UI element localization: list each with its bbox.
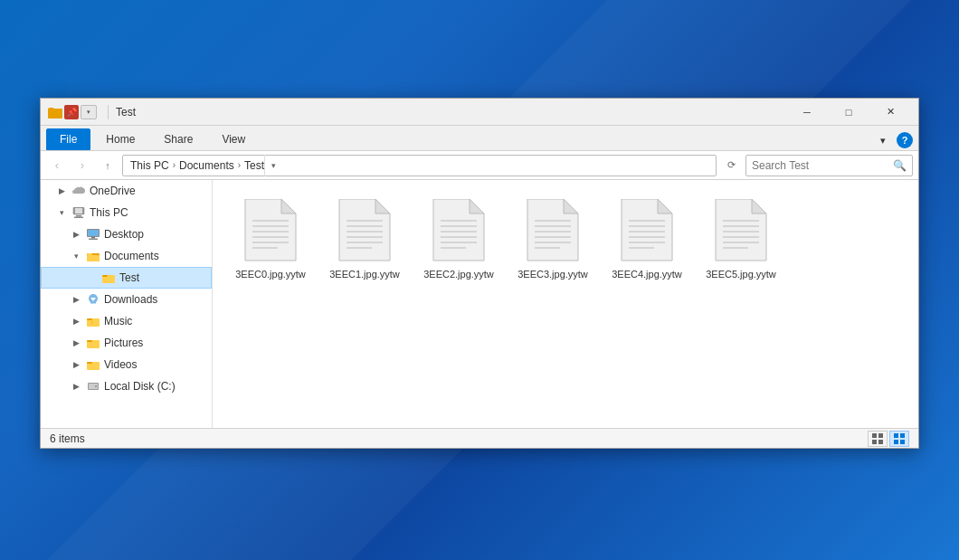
sidebar-label-documents: Documents <box>104 250 159 262</box>
test-folder-icon <box>101 271 116 285</box>
file-item[interactable]: 3EEC4.jpg.yytw <box>603 191 690 289</box>
forward-button[interactable]: › <box>71 155 93 176</box>
sidebar-item-test[interactable]: Test <box>41 267 212 289</box>
view-buttons <box>868 431 909 447</box>
address-dropdown-btn[interactable]: ▾ <box>264 155 282 176</box>
main-area: ▶ OneDrive ▾ This PC ▶ Deskto <box>41 180 918 428</box>
svg-text:♪: ♪ <box>90 319 93 325</box>
desktop-icon <box>86 227 100 242</box>
sidebar-item-pictures[interactable]: ▶ Pictures <box>41 332 212 354</box>
tab-view[interactable]: View <box>208 128 259 150</box>
file-icon-2 <box>430 199 488 264</box>
svg-rect-79 <box>900 433 905 438</box>
view-list-btn[interactable] <box>889 431 909 447</box>
file-item[interactable]: 3EEC2.jpg.yytw <box>415 191 502 289</box>
tab-home[interactable]: Home <box>92 128 148 150</box>
files-grid: 3EEC0.jpg.yytw <box>227 191 904 289</box>
tab-share[interactable]: Share <box>150 128 206 150</box>
ribbon-help-btn[interactable]: ? <box>897 132 913 148</box>
title-pin-icon: 📌 <box>64 105 79 119</box>
breadcrumb-documents[interactable]: Documents <box>179 159 234 172</box>
title-bar-icons: 📌 ▾ <box>48 105 97 119</box>
svg-marker-27 <box>281 199 296 214</box>
window-title: Test <box>116 106 786 119</box>
music-icon: ♪ <box>86 314 100 328</box>
svg-rect-20 <box>87 340 92 342</box>
test-expand-icon <box>85 271 98 284</box>
file-item[interactable]: 3EEC1.jpg.yytw <box>321 191 408 289</box>
address-bar: ‹ › ↑ This PC › Documents › Test ▾ ⟳ 🔍 <box>41 151 918 180</box>
ribbon-collapse-btn[interactable]: ▾ <box>873 130 893 150</box>
window-controls: ─ □ ✕ <box>786 99 911 126</box>
sidebar-label-this-pc: This PC <box>90 206 128 219</box>
downloads-icon <box>86 292 100 307</box>
file-name-3: 3EEC3.jpg.yytw <box>517 268 588 280</box>
sidebar-item-documents[interactable]: ▾ Documents <box>41 245 212 267</box>
search-box[interactable]: 🔍 <box>745 155 913 176</box>
svg-rect-78 <box>894 433 898 438</box>
search-icon[interactable]: 🔍 <box>893 159 907 172</box>
breadcrumb-sep-1: › <box>173 160 176 170</box>
downloads-expand-icon: ▶ <box>70 293 82 306</box>
sidebar-label-local-disk: Local Disk (C:) <box>104 380 176 393</box>
videos-icon <box>86 357 100 372</box>
svg-rect-25 <box>95 385 97 387</box>
sidebar-item-desktop[interactable]: ▶ Desktop <box>41 223 212 245</box>
sidebar-item-music[interactable]: ▶ ♪ Music <box>41 310 212 332</box>
sidebar-label-downloads: Downloads <box>104 293 157 306</box>
file-name-5: 3EEC5.jpg.yytw <box>706 268 776 280</box>
file-item[interactable]: 3EEC3.jpg.yytw <box>509 191 596 289</box>
tab-file[interactable]: File <box>46 128 90 150</box>
sidebar-item-onedrive[interactable]: ▶ OneDrive <box>41 180 212 202</box>
address-input[interactable]: This PC › Documents › Test ▾ <box>122 155 717 176</box>
sidebar-item-local-disk[interactable]: ▶ Local Disk (C:) <box>41 375 212 397</box>
file-name-1: 3EEC1.jpg.yytw <box>329 268 400 280</box>
local-disk-icon <box>86 379 100 394</box>
ribbon-right: ▾ ? <box>873 130 913 150</box>
breadcrumb-test[interactable]: Test <box>244 159 264 172</box>
svg-marker-43 <box>470 199 484 214</box>
ribbon-tabs: File Home Share View ▾ ? <box>41 126 918 151</box>
sidebar-label-test: Test <box>119 271 139 284</box>
file-icon-1 <box>336 199 394 264</box>
address-dropdown-icon: ▾ <box>271 161 276 170</box>
svg-rect-7 <box>89 239 98 241</box>
svg-rect-81 <box>900 440 905 444</box>
file-item[interactable]: 3EEC5.jpg.yytw <box>698 191 784 289</box>
search-input[interactable] <box>752 159 893 172</box>
forward-icon: › <box>81 158 84 172</box>
file-icon-5 <box>712 199 770 264</box>
onedrive-icon <box>71 184 86 198</box>
sidebar-label-music: Music <box>104 315 132 327</box>
title-folder-icon <box>48 106 62 119</box>
documents-icon <box>86 249 100 263</box>
close-button[interactable]: ✕ <box>869 99 911 126</box>
maximize-button[interactable]: □ <box>828 99 869 126</box>
sidebar-item-downloads[interactable]: ▶ Downloads <box>41 289 212 310</box>
refresh-button[interactable]: ⟳ <box>720 155 742 176</box>
breadcrumb-this-pc[interactable]: This PC <box>130 159 169 172</box>
refresh-icon: ⟳ <box>727 159 736 171</box>
title-dropdown-btn[interactable]: ▾ <box>81 105 97 119</box>
svg-rect-74 <box>872 433 877 438</box>
svg-rect-5 <box>88 230 99 236</box>
sidebar-item-videos[interactable]: ▶ Videos <box>41 354 212 375</box>
up-button[interactable]: ↑ <box>97 155 119 176</box>
file-explorer-window: 📌 ▾ Test ─ □ ✕ File Home Share View ▾ ? … <box>40 98 919 449</box>
file-item[interactable]: 3EEC0.jpg.yytw <box>227 191 314 289</box>
svg-rect-22 <box>87 362 92 364</box>
item-count: 6 items <box>50 432 85 445</box>
onedrive-expand-icon: ▶ <box>55 185 68 197</box>
back-button[interactable]: ‹ <box>46 155 68 176</box>
svg-rect-15 <box>90 302 96 304</box>
sidebar-label-onedrive: OneDrive <box>90 185 136 197</box>
pictures-icon <box>86 336 100 350</box>
sidebar-item-this-pc[interactable]: ▾ This PC <box>41 202 212 223</box>
svg-rect-9 <box>87 253 92 255</box>
view-grid-btn[interactable] <box>868 431 888 447</box>
svg-marker-51 <box>564 199 578 214</box>
file-area: 3EEC0.jpg.yytw <box>213 180 918 428</box>
svg-rect-1 <box>75 208 82 214</box>
sidebar-label-desktop: Desktop <box>104 228 144 241</box>
minimize-button[interactable]: ─ <box>786 99 828 126</box>
